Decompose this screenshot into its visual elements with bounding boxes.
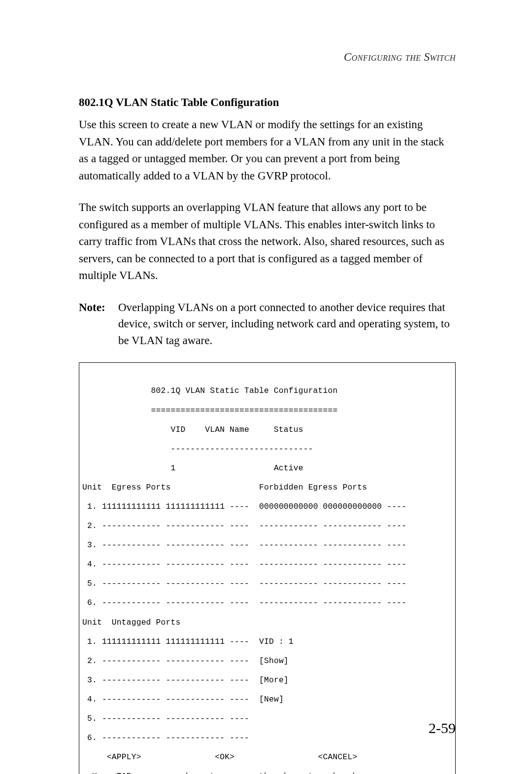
apply-button[interactable]: <APPLY> [107, 752, 141, 762]
table-row: 3. ------------ ------------ ---- ------… [82, 540, 452, 550]
table-row: 3. ------------ ------------ ---- [More] [82, 675, 452, 685]
cancel-button[interactable]: <CANCEL> [318, 752, 358, 762]
table-row: 4. ------------ ------------ ---- ------… [82, 560, 452, 569]
page-number: 2-59 [429, 718, 456, 739]
terminal-col-divider: ----------------------------- [82, 444, 452, 454]
terminal-group1-header: Unit Egress Ports Forbidden Egress Ports [82, 483, 452, 493]
terminal-title: 802.1Q VLAN Static Table Configuration [82, 386, 452, 396]
terminal-screen: 802.1Q VLAN Static Table Configuration =… [79, 362, 456, 774]
table-row: 1. 111111111111 111111111111 ---- 000000… [82, 502, 452, 512]
terminal-group2-header: Unit Untagged Ports [82, 618, 452, 628]
more-action[interactable]: [More] [259, 675, 289, 685]
table-row: 5. ------------ ------------ ---- ------… [82, 579, 452, 589]
table-row: 6. ------------ ------------ ---- [82, 733, 452, 743]
vid-field[interactable]: VID : 1 [259, 637, 294, 646]
paragraph-2: The switch supports an overlapping VLAN … [79, 199, 456, 284]
table-row: 5. ------------ ------------ ---- [82, 714, 452, 724]
table-row: 2. ------------ ------------ ---- [Show] [82, 656, 452, 666]
table-row: 2. ------------ ------------ ---- ------… [82, 521, 452, 531]
paragraph-1: Use this screen to create a new VLAN or … [79, 116, 456, 184]
show-action[interactable]: [Show] [259, 656, 289, 666]
terminal-hint: Use <TAB> or arrow keys to move, other k… [82, 772, 452, 774]
new-action[interactable]: [New] [259, 695, 284, 704]
note-block: Note: Overlapping VLANs on a port connec… [79, 299, 456, 349]
note-body: Overlapping VLANs on a port connected to… [118, 299, 456, 349]
ok-button[interactable]: <OK> [215, 752, 234, 762]
table-row: 6. ------------ ------------ ---- ------… [82, 598, 452, 608]
table-row: 1. 111111111111 111111111111 ---- VID : … [82, 637, 452, 647]
running-header: Configuring the Switch [79, 49, 456, 65]
terminal-value-row: 1 Active [82, 463, 452, 473]
section-heading: 802.1Q VLAN Static Table Configuration [79, 95, 456, 110]
table-row: 4. ------------ ------------ ---- [New] [82, 695, 452, 704]
terminal-title-divider: ====================================== [82, 406, 452, 416]
note-label: Note: [79, 299, 118, 349]
terminal-col-header: VID VLAN Name Status [82, 425, 452, 435]
terminal-buttons: <APPLY> <OK> <CANCEL> [82, 752, 452, 762]
